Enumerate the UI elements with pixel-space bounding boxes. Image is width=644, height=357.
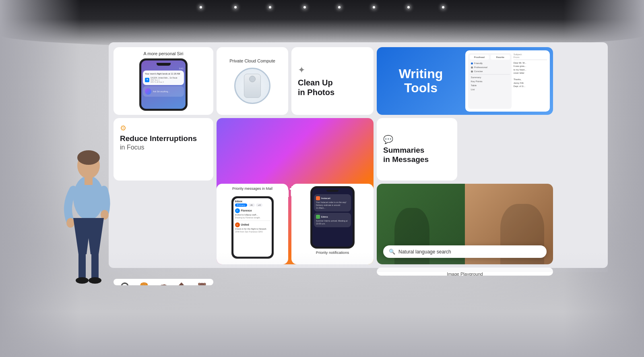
cleanup-line2: in Photos	[298, 88, 334, 97]
writing-mail-panel: Subject: From: Dear Mr. W...It was grea.…	[514, 53, 547, 109]
option-friendly: Friendly	[470, 61, 510, 65]
option-summary: Summary	[470, 75, 510, 79]
ceiling-light	[407, 6, 410, 8]
phone-notch	[157, 63, 171, 66]
flight-text: UA1304, United Airlin... En Route	[151, 77, 182, 79]
flight-row2: SFO TL:18 Term 3	[151, 81, 182, 83]
card-hero: Apple Intelligence	[217, 118, 374, 264]
ceiling-light	[200, 6, 202, 8]
card-reduce: ⚙ Reduce Interruptions in Focus	[114, 118, 213, 181]
reduce-title: Reduce Interruptions	[120, 134, 207, 143]
writing-left-panel: Writing Tools	[377, 47, 465, 115]
ceiling-light	[234, 6, 237, 8]
svg-rect-3	[85, 177, 93, 185]
mail-divider	[514, 60, 547, 60]
writing-title-line1: Writing	[399, 66, 443, 81]
mail-body: Dear Mr. W...It was grea...to my heart..…	[514, 61, 547, 88]
card-cleanup: ✦ Clean Up in Photos	[291, 47, 374, 115]
rewrite-tab: Rewrite	[491, 55, 510, 60]
card-siri: A more personal Siri 9:41 Your mom's fli…	[114, 47, 213, 115]
cleanup-line1: Clean Up	[298, 78, 333, 87]
audio-doc-text: Recording Summary Discussion of Q4 plans…	[467, 236, 547, 251]
display-board: A more personal Siri 9:41 Your mom's fli…	[109, 42, 608, 268]
emoji-grid: 🎧 🍔 🦔 🍫 🐻 🐙 🎈 🦊 🤿 🐸	[116, 282, 211, 285]
option-list: List	[470, 87, 510, 91]
notif-main-text: Your mom's flight lands at 11:18 AM	[145, 73, 182, 76]
siri-card-title: A more personal Siri	[143, 51, 183, 56]
writing-right-panel: Proofread Rewrite Friendly Professional …	[465, 50, 550, 112]
reduce-subtitle: in Focus	[120, 144, 207, 151]
ceiling-lights	[200, 6, 444, 8]
writing-divider	[470, 74, 510, 75]
cloud-title: Private Cloud Compute	[229, 58, 275, 64]
ceiling-light	[373, 6, 375, 8]
summaries-icon: 💬	[383, 135, 451, 144]
svg-rect-6	[78, 252, 86, 280]
wand-visual	[407, 210, 427, 246]
summaries-line2: in Messages	[383, 155, 429, 164]
svg-rect-7	[91, 252, 99, 280]
mail-subject-label: Subject:	[514, 53, 547, 56]
audio-doc: Recording Summary Discussion of Q4 plans…	[464, 235, 549, 252]
writing-tabs: Proofread Rewrite	[470, 55, 510, 60]
svg-point-2	[77, 150, 100, 165]
option-professional: Professional	[470, 65, 510, 69]
board-reflection	[109, 252, 608, 272]
flight-details: UA1304, United Airlin... En Route ORD Te…	[151, 77, 182, 83]
wand-title: Image Wand	[405, 202, 429, 207]
ceiling-light	[338, 6, 341, 8]
cloud-device	[244, 74, 261, 98]
phone-mockup-siri: 9:41 Your mom's flight lands at 11:18 AM…	[139, 58, 188, 111]
siri-text: Ask Siri anything...	[153, 90, 169, 93]
writing-title: Writing Tools	[399, 67, 443, 95]
option-concise: Concise	[470, 69, 510, 73]
ceiling-light	[303, 6, 306, 8]
svg-point-4	[66, 218, 74, 228]
wand-tip	[416, 245, 418, 250]
phone-icon-wrapper: 📞	[495, 209, 518, 232]
hero-title: Apple Intelligence	[226, 182, 364, 201]
audio-subtitle: summaries	[496, 201, 518, 205]
siri-orb	[145, 88, 151, 95]
emoji-4: 🍫	[173, 282, 192, 285]
emoji-3: 🦔	[155, 282, 173, 285]
summaries-line1: Summaries	[383, 146, 424, 154]
ceiling-light	[442, 6, 444, 8]
cloud-camera	[249, 76, 256, 82]
option-keypoints: Key Points	[470, 79, 510, 83]
emoji-2: 🍔	[135, 282, 153, 285]
mail-from-label: From:	[514, 56, 547, 58]
option-table: Table	[470, 83, 510, 87]
phone-time: 9:41	[141, 67, 186, 70]
siri-bar: Ask Siri anything...	[143, 86, 184, 97]
ceiling-light	[269, 6, 271, 8]
cloud-visual	[234, 68, 270, 104]
summaries-title: Summaries in Messages	[383, 146, 451, 164]
card-writing: Writing Tools Proofread Rewrite Friendly…	[377, 47, 553, 115]
wand-button	[413, 224, 421, 232]
card-genmoji: 🎧 🍔 🦔 🍫 🐻 🐙 🎈 🦊 🤿 🐸 Genmoji e a Memory M…	[114, 279, 213, 285]
flight-icon: ✈	[145, 78, 149, 82]
phone-screen-siri: 9:41 Your mom's flight lands at 11:18 AM…	[141, 60, 186, 109]
playground-title: Image Playground	[381, 272, 549, 276]
emoji-5: 🐻	[193, 282, 211, 285]
card-cloud: Private Cloud Compute	[217, 47, 288, 115]
notif-flight-row: ✈ UA1304, United Airlin... En Route ORD …	[145, 77, 182, 83]
writing-title-line2: Tools	[404, 81, 438, 95]
cleanup-icon: ✦	[298, 65, 367, 75]
reduce-icon: ⚙	[120, 124, 207, 133]
proofread-tab: Proofread	[470, 55, 489, 60]
writing-options-panel: Proofread Rewrite Friendly Professional …	[468, 53, 512, 109]
svg-point-8	[76, 277, 89, 284]
cleanup-title: Clean Up in Photos	[298, 78, 367, 97]
audio-title: Audio recording	[491, 196, 522, 201]
card-summaries: 💬 Summaries in Messages	[377, 118, 457, 181]
siri-notification: Your mom's flight lands at 11:18 AM ✈ UA…	[143, 71, 184, 85]
svg-point-9	[89, 277, 101, 284]
